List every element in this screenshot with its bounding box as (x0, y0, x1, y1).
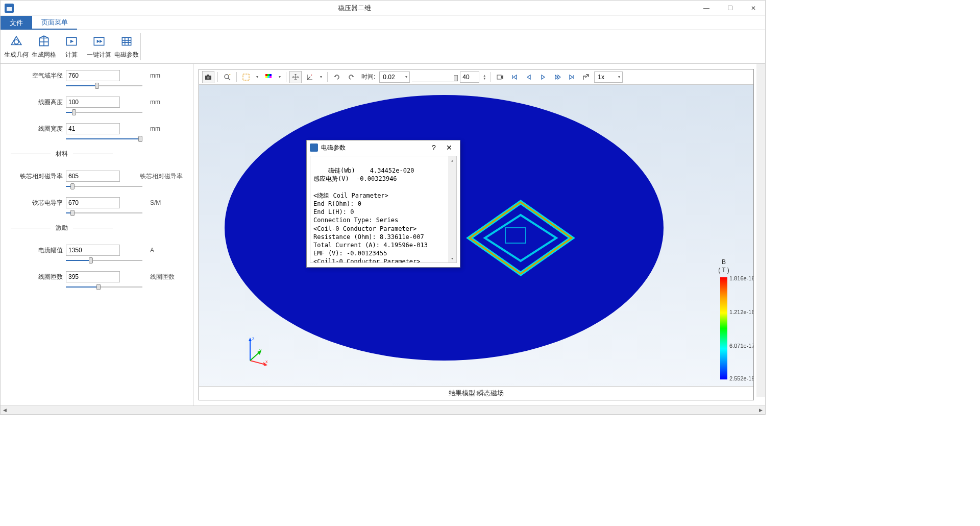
zoom-icon[interactable] (221, 71, 233, 83)
ribbon-compute[interactable]: 计算 (58, 30, 85, 63)
svg-rect-8 (207, 75, 209, 76)
coil-width-unit: mm (150, 125, 183, 132)
axes-icon[interactable]: z (304, 71, 316, 83)
svg-rect-10 (243, 74, 249, 80)
skip-start-icon[interactable] (508, 71, 521, 83)
svg-line-25 (250, 361, 265, 365)
ribbon-gen-geom[interactable]: 生成几何 (3, 30, 30, 63)
air-radius-slider[interactable] (66, 84, 142, 87)
play-fast-icon (92, 34, 106, 49)
axes-gizmo: z x y (245, 335, 271, 366)
export-icon[interactable] (580, 71, 592, 83)
record-icon[interactable] (494, 71, 506, 83)
dialog-app-icon (310, 144, 318, 152)
section-excitation: 激励 (11, 224, 113, 232)
geometry-icon (9, 34, 23, 49)
coil-turns-unit: 线圈匝数 (150, 273, 183, 281)
core-cond-unit: S/M (150, 199, 183, 206)
svg-rect-11 (265, 74, 267, 76)
current-amp-unit: A (150, 247, 183, 254)
svg-rect-15 (267, 76, 270, 78)
coil-width-input[interactable] (66, 123, 120, 134)
coil-height-unit: mm (150, 99, 183, 106)
color-legend: B( T ) 1.816e-16 1.212e-16 6.071e-17 2.5… (704, 258, 743, 379)
current-amp-label: 电流幅值 (31, 246, 63, 255)
svg-point-9 (225, 75, 229, 79)
app-icon (5, 4, 14, 13)
coil-height-label: 线圈高度 (31, 98, 63, 107)
core-cond-slider[interactable] (66, 211, 142, 214)
tab-page-menu[interactable]: 页面菜单 (32, 16, 77, 30)
svg-text:z: z (311, 74, 312, 77)
time-slider[interactable] (412, 72, 458, 82)
grid-icon (119, 34, 134, 49)
coil-width-slider[interactable] (66, 137, 142, 140)
maximize-button[interactable]: ☐ (718, 1, 742, 16)
svg-rect-5 (122, 37, 131, 45)
svg-text:z: z (252, 336, 255, 341)
ribbon-gen-mesh[interactable]: 生成网格 (30, 30, 58, 63)
dialog-help-button[interactable]: ? (426, 144, 442, 152)
app-hscroll[interactable]: ◀▶ (1, 405, 765, 414)
result-caption: 结果模型:瞬态磁场 (199, 386, 753, 400)
frame-input[interactable] (460, 71, 479, 83)
step-back-icon[interactable] (523, 71, 535, 83)
core-cond-label: 铁芯电导率 (31, 199, 63, 207)
ribbon: 生成几何 生成网格 计算 一键计算 电磁参数 (1, 30, 765, 64)
sidebar: 空气域半径 mm 线圈高度 mm 线圈宽度 mm 材料 铁芯相对 (1, 64, 193, 405)
svg-line-27 (250, 352, 259, 361)
coil-height-slider[interactable] (66, 111, 142, 114)
close-button[interactable]: ✕ (742, 1, 765, 16)
air-radius-input[interactable] (66, 70, 120, 81)
dialog-close-button[interactable]: ✕ (442, 144, 457, 152)
viewport-vscroll[interactable] (756, 64, 765, 397)
chevron-down-icon[interactable]: ▾ (318, 75, 324, 79)
camera-icon[interactable] (202, 71, 214, 83)
mesh-icon (37, 34, 51, 49)
section-material: 材料 (11, 150, 113, 158)
core-perm-slider[interactable] (66, 185, 142, 188)
window-title: 稳压器二维 (14, 4, 695, 13)
rotate-cw-icon[interactable] (345, 71, 357, 83)
current-amp-slider[interactable] (66, 259, 142, 262)
ribbon-em-params[interactable]: 电磁参数 (113, 30, 140, 63)
core-perm-input[interactable] (66, 171, 120, 182)
select-icon[interactable] (240, 71, 252, 83)
core-perm-label: 铁芯相对磁导率 (20, 172, 63, 181)
viewport-toolbar: ▾ ▾ z ▾ 时间: 0.02 ▲▼ (199, 69, 753, 85)
step-forward-icon[interactable] (551, 71, 564, 83)
ribbon-one-key[interactable]: 一键计算 (85, 30, 113, 63)
svg-rect-12 (267, 74, 270, 76)
core-cond-input[interactable] (66, 197, 120, 208)
play-icon (64, 34, 79, 49)
em-params-dialog: 电磁参数 ? ✕ 磁链(Wb) 4.34452e-020 感应电势(V) -0.… (306, 140, 460, 268)
dialog-vscroll[interactable]: ▴▾ (448, 156, 456, 262)
tab-file[interactable]: 文件 (1, 16, 32, 30)
speed-combo[interactable]: 1x (594, 71, 623, 83)
current-amp-input[interactable] (66, 245, 120, 256)
coil-turns-input[interactable] (66, 271, 120, 282)
svg-rect-16 (270, 76, 272, 78)
time-combo[interactable]: 0.02 (379, 71, 410, 83)
dialog-title: 电磁参数 (321, 144, 426, 152)
air-radius-unit: mm (150, 72, 183, 79)
svg-rect-22 (505, 228, 526, 243)
skip-end-icon[interactable] (566, 71, 578, 83)
coil-turns-slider[interactable] (66, 285, 142, 289)
svg-point-7 (207, 76, 210, 79)
move-icon[interactable] (289, 71, 302, 83)
dialog-text: 磁链(Wb) 4.34452e-020 感应电势(V) -0.00323946 … (313, 167, 428, 263)
core-perm-unit: 铁芯相对磁导率 (140, 172, 183, 181)
rotate-ccw-icon[interactable] (331, 71, 343, 83)
svg-marker-24 (249, 338, 252, 341)
chevron-down-icon[interactable]: ▾ (254, 75, 260, 79)
stepper-icon[interactable]: ▲▼ (481, 74, 487, 80)
play-forward-icon[interactable] (537, 71, 549, 83)
dialog-body: 磁链(Wb) 4.34452e-020 感应电势(V) -0.00323946 … (310, 156, 457, 263)
chevron-down-icon[interactable]: ▾ (277, 75, 283, 79)
colormap-icon[interactable] (262, 71, 275, 83)
minimize-button[interactable]: — (695, 1, 718, 16)
coil-height-input[interactable] (66, 97, 120, 108)
svg-text:x: x (265, 359, 268, 364)
canvas-3d[interactable]: z x y B( T ) 1.816e-16 1.212e-16 6.071e-… (199, 85, 753, 386)
